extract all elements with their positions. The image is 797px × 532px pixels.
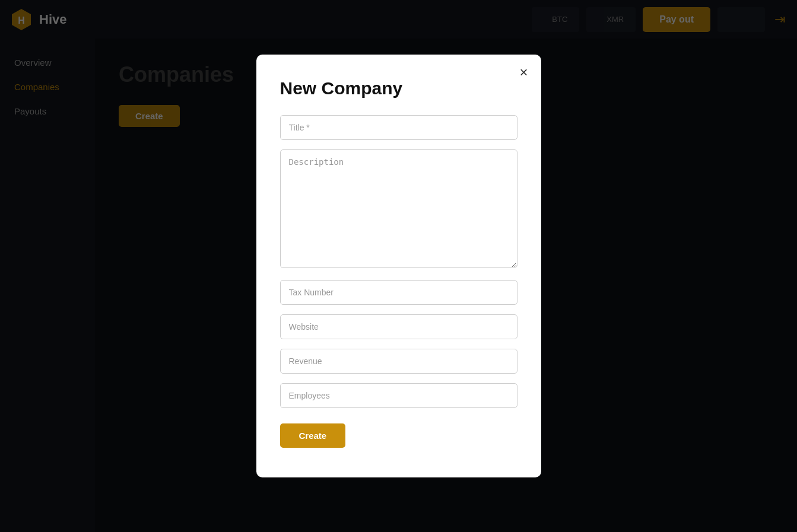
new-company-modal: × New Company Create [256, 55, 541, 477]
title-input[interactable] [280, 115, 517, 140]
modal-title: New Company [280, 78, 517, 98]
tax-number-field-container [280, 280, 517, 305]
description-field-container [280, 149, 517, 270]
title-field-container [280, 115, 517, 140]
description-input[interactable] [280, 149, 517, 268]
tax-number-input[interactable] [280, 280, 517, 305]
modal-close-button[interactable]: × [519, 65, 528, 79]
website-field-container [280, 314, 517, 339]
modal-create-button[interactable]: Create [280, 423, 346, 448]
website-input[interactable] [280, 314, 517, 339]
modal-overlay: × New Company Create [0, 0, 797, 532]
employees-input[interactable] [280, 383, 517, 408]
revenue-input[interactable] [280, 349, 517, 374]
revenue-field-container [280, 349, 517, 374]
employees-field-container [280, 383, 517, 408]
